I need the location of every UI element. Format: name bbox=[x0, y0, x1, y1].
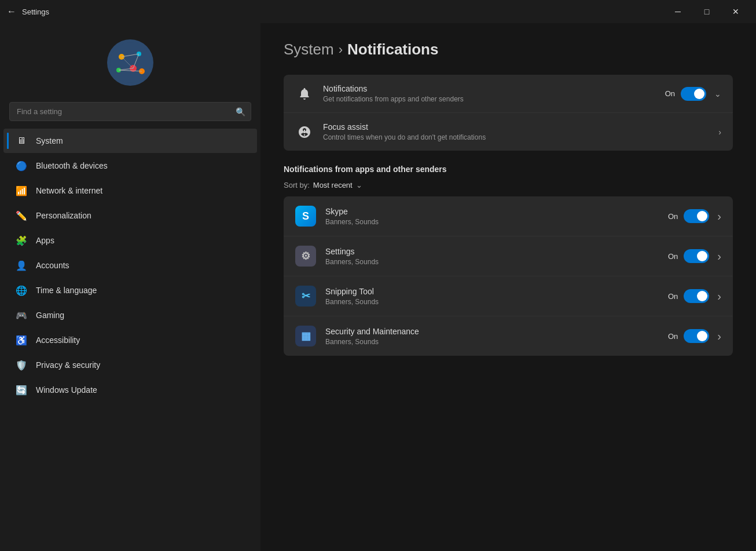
focus-assist-control: › bbox=[716, 127, 721, 137]
profile-section bbox=[0, 30, 260, 102]
snipping-tool-toggle-label: On bbox=[668, 292, 678, 301]
content-area: System › Notifications Notifications Get… bbox=[260, 23, 756, 551]
sidebar-item-privacy[interactable]: 🛡️Privacy & security bbox=[3, 353, 257, 377]
apps-nav-label: Apps bbox=[36, 236, 54, 245]
security-control: On› bbox=[668, 329, 721, 343]
security-chevron-right-icon[interactable]: › bbox=[717, 330, 721, 343]
gaming-nav-icon: 🎮 bbox=[15, 309, 28, 322]
sidebar-item-system[interactable]: 🖥System bbox=[3, 129, 257, 153]
sidebar-item-windows-update[interactable]: 🔄Windows Update bbox=[3, 378, 257, 402]
skype-info: SkypeBanners, Sounds bbox=[325, 207, 659, 226]
settings-app-app-icon: ⚙ bbox=[295, 246, 316, 267]
bluetooth-nav-label: Bluetooth & devices bbox=[36, 161, 108, 170]
snipping-tool-control: On› bbox=[668, 289, 721, 303]
avatar[interactable] bbox=[107, 39, 153, 86]
privacy-nav-icon: 🛡️ bbox=[15, 359, 28, 371]
close-button[interactable]: ✕ bbox=[722, 2, 749, 21]
security-title: Security and Maintenance bbox=[325, 327, 659, 336]
sort-label: Sort by: bbox=[284, 181, 310, 189]
notifications-toggle-label: On bbox=[665, 89, 675, 98]
notifications-chevron-down-icon[interactable]: ⌄ bbox=[714, 89, 721, 98]
settings-app-control: On› bbox=[668, 249, 721, 263]
accessibility-nav-icon: ♿ bbox=[15, 334, 28, 346]
time-nav-label: Time & language bbox=[36, 286, 97, 295]
notifications-title: Notifications bbox=[323, 84, 656, 93]
apps-notifications-card: SSkypeBanners, SoundsOn›⚙SettingsBanners… bbox=[284, 196, 733, 356]
sidebar: 🔍 🖥System🔵Bluetooth & devices📶Network & … bbox=[0, 23, 260, 551]
notifications-control: On ⌄ bbox=[665, 87, 721, 101]
skype-toggle-label: On bbox=[668, 212, 678, 221]
settings-app-title: Settings bbox=[325, 247, 659, 256]
breadcrumb-parent[interactable]: System bbox=[284, 41, 334, 59]
skype-desc: Banners, Sounds bbox=[325, 218, 659, 226]
sort-value[interactable]: Most recent bbox=[313, 181, 353, 189]
skype-control: On› bbox=[668, 209, 721, 223]
gaming-nav-label: Gaming bbox=[36, 311, 64, 320]
windows-update-nav-icon: 🔄 bbox=[15, 384, 28, 396]
titlebar: ← Settings ─ □ ✕ bbox=[0, 0, 756, 23]
sidebar-item-gaming[interactable]: 🎮Gaming bbox=[3, 303, 257, 327]
sidebar-item-accounts[interactable]: 👤Accounts bbox=[3, 253, 257, 278]
maximize-button[interactable]: □ bbox=[693, 2, 720, 21]
apps-nav-icon: 🧩 bbox=[15, 234, 28, 247]
notification-icon bbox=[295, 85, 314, 103]
sidebar-item-apps[interactable]: 🧩Apps bbox=[3, 228, 257, 253]
personalization-nav-icon: ✏️ bbox=[15, 209, 28, 222]
main-layout: 🔍 🖥System🔵Bluetooth & devices📶Network & … bbox=[0, 23, 756, 551]
breadcrumb-current: Notifications bbox=[347, 41, 438, 59]
snipping-tool-desc: Banners, Sounds bbox=[325, 298, 659, 306]
search-box[interactable]: 🔍 bbox=[9, 102, 251, 121]
skype-app-icon: S bbox=[295, 206, 316, 227]
system-nav-icon: 🖥 bbox=[15, 134, 28, 147]
notifications-desc: Get notifications from apps and other se… bbox=[323, 95, 656, 103]
security-toggle[interactable] bbox=[684, 329, 709, 343]
snipping-tool-toggle[interactable] bbox=[684, 289, 709, 303]
back-icon[interactable]: ← bbox=[7, 6, 16, 17]
app-row-skype[interactable]: SSkypeBanners, SoundsOn› bbox=[284, 196, 733, 236]
sidebar-item-network[interactable]: 📶Network & internet bbox=[3, 178, 257, 203]
settings-app-toggle-label: On bbox=[668, 252, 678, 261]
security-desc: Banners, Sounds bbox=[325, 338, 659, 346]
time-nav-icon: 🌐 bbox=[15, 284, 28, 297]
app-row-security[interactable]: ▦Security and MaintenanceBanners, Sounds… bbox=[284, 316, 733, 356]
minimize-button[interactable]: ─ bbox=[665, 2, 691, 21]
sidebar-item-time[interactable]: 🌐Time & language bbox=[3, 278, 257, 302]
snipping-tool-chevron-right-icon[interactable]: › bbox=[717, 290, 721, 303]
accessibility-nav-label: Accessibility bbox=[36, 335, 80, 345]
notifications-row[interactable]: Notifications Get notifications from app… bbox=[284, 75, 733, 113]
snipping-tool-app-icon: ✂ bbox=[295, 286, 316, 306]
search-icon: 🔍 bbox=[236, 107, 245, 116]
notifications-toggle[interactable] bbox=[681, 87, 706, 101]
notifications-info: Notifications Get notifications from app… bbox=[323, 84, 656, 103]
settings-app-chevron-right-icon[interactable]: › bbox=[717, 250, 721, 263]
settings-app-info: SettingsBanners, Sounds bbox=[325, 247, 659, 266]
settings-app-toggle[interactable] bbox=[684, 249, 709, 263]
snipping-tool-info: Snipping ToolBanners, Sounds bbox=[325, 287, 659, 306]
security-toggle-label: On bbox=[668, 332, 678, 341]
apps-section-header: Notifications from apps and other sender… bbox=[284, 165, 733, 174]
windows-update-nav-label: Windows Update bbox=[36, 385, 97, 395]
focus-assist-chevron-right-icon[interactable]: › bbox=[718, 127, 721, 137]
focus-assist-row[interactable]: Focus assist Control times when you do a… bbox=[284, 113, 733, 151]
window-controls: ─ □ ✕ bbox=[665, 2, 749, 21]
sort-row: Sort by: Most recent ⌄ bbox=[284, 181, 733, 189]
search-input[interactable] bbox=[9, 102, 251, 121]
security-info: Security and MaintenanceBanners, Sounds bbox=[325, 327, 659, 346]
accounts-nav-label: Accounts bbox=[36, 261, 69, 270]
settings-app-desc: Banners, Sounds bbox=[325, 258, 659, 266]
nav-list: 🖥System🔵Bluetooth & devices📶Network & in… bbox=[0, 128, 260, 403]
skype-chevron-right-icon[interactable]: › bbox=[717, 210, 721, 223]
sidebar-item-personalization[interactable]: ✏️Personalization bbox=[3, 203, 257, 228]
focus-assist-desc: Control times when you do and don't get … bbox=[323, 133, 707, 141]
security-app-icon: ▦ bbox=[295, 326, 316, 346]
skype-title: Skype bbox=[325, 207, 659, 216]
sort-chevron-down-icon[interactable]: ⌄ bbox=[356, 181, 362, 189]
skype-toggle[interactable] bbox=[684, 209, 709, 223]
network-nav-icon: 📶 bbox=[15, 184, 28, 197]
app-row-settings-app[interactable]: ⚙SettingsBanners, SoundsOn› bbox=[284, 236, 733, 276]
snipping-tool-title: Snipping Tool bbox=[325, 287, 659, 296]
sidebar-item-accessibility[interactable]: ♿Accessibility bbox=[3, 328, 257, 352]
sidebar-item-bluetooth[interactable]: 🔵Bluetooth & devices bbox=[3, 154, 257, 178]
app-row-snipping-tool[interactable]: ✂Snipping ToolBanners, SoundsOn› bbox=[284, 276, 733, 316]
network-nav-label: Network & internet bbox=[36, 186, 102, 195]
